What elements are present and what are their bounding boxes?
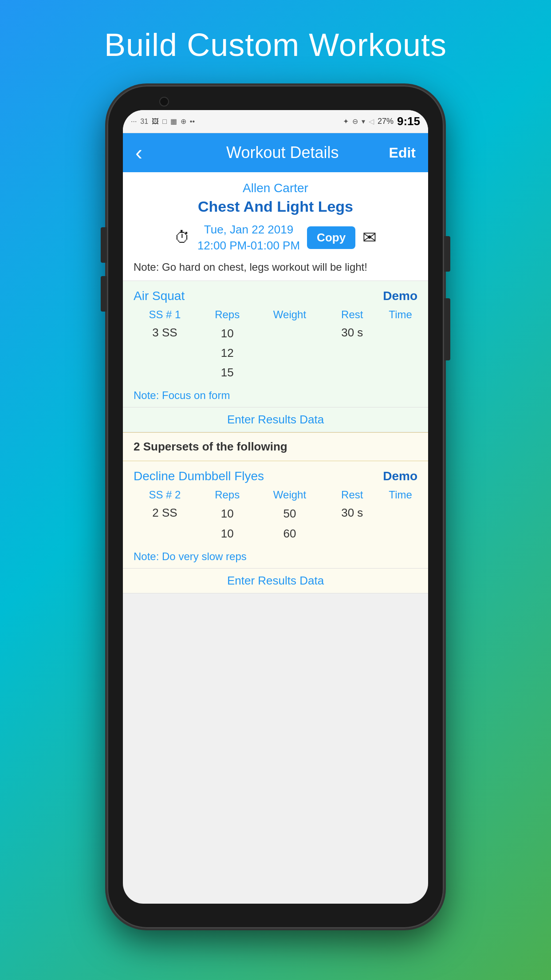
status-icons-right: ✦ ⊖ ▾ ◁ 27% 9:15 xyxy=(343,115,420,128)
workout-note: Note: Go hard on chest, legs workout wil… xyxy=(134,259,417,273)
app-header: ‹ Workout Details Edit xyxy=(123,133,428,172)
demo-link-1[interactable]: Demo xyxy=(383,289,417,303)
rest-value-1: 30 s xyxy=(321,324,383,342)
minus-circle-icon: ⊖ xyxy=(352,117,358,126)
rest-header-2: Rest xyxy=(321,489,383,501)
exercise-name-2: Decline Dumbbell Flyes xyxy=(134,469,264,483)
reps-value-2: 1010 xyxy=(196,504,259,543)
weight-header-1: Weight xyxy=(259,308,321,321)
photo-icon: 🖼 xyxy=(152,118,159,126)
timer-icon: ⏱ xyxy=(174,228,190,247)
rest-value-2: 30 s xyxy=(321,504,383,522)
status-time: 9:15 xyxy=(397,115,420,128)
exercise-name-1: Air Squat xyxy=(134,289,185,303)
edit-button[interactable]: Edit xyxy=(389,145,416,161)
copy-button[interactable]: Copy xyxy=(307,226,355,249)
date-line1: Tue, Jan 22 2019 xyxy=(197,221,300,237)
date-line2: 12:00 PM-01:00 PM xyxy=(197,237,300,253)
ss-header-2: SS # 2 xyxy=(134,489,196,501)
signal-icon: ◁ xyxy=(369,117,374,126)
phone-notch xyxy=(236,93,315,106)
phone-screen: ··· 31 🖼 □ ▦ ⊕ •• ✦ ⊖ ▾ ◁ 27% 9:1 xyxy=(123,110,428,904)
dots-icon: •• xyxy=(190,118,195,126)
table-data-2: 2 SS 1010 5060 30 s xyxy=(134,504,417,543)
workout-title: Chest And Light Legs xyxy=(134,198,417,215)
battery-percentage: 27% xyxy=(378,117,394,126)
rest-header-1: Rest xyxy=(321,308,383,321)
exercise-note-1: Note: Focus on form xyxy=(123,387,428,407)
status-icons-left: ··· 31 🖼 □ ▦ ⊕ •• xyxy=(131,117,195,126)
exercise-section-2: Decline Dumbbell Flyes Demo SS # 2 Reps … xyxy=(123,461,428,593)
workout-info: Allen Carter Chest And Light Legs ⏱ Tue,… xyxy=(123,172,428,281)
workout-meta: ⏱ Tue, Jan 22 2019 12:00 PM-01:00 PM Cop… xyxy=(134,221,417,254)
exercise-table-2: SS # 2 Reps Weight Rest Time 2 SS 1010 5… xyxy=(123,486,428,548)
vol-up-button xyxy=(101,227,107,263)
trainer-name: Allen Carter xyxy=(134,181,417,195)
exercise-note-2: Note: Do very slow reps xyxy=(123,549,428,568)
header-title: Workout Details xyxy=(150,143,416,162)
calendar2-icon: ▦ xyxy=(170,117,177,126)
square-icon: □ xyxy=(162,118,167,126)
time-header-1: Time xyxy=(383,308,417,321)
reps-header-1: Reps xyxy=(196,308,259,321)
table-header-1: SS # 1 Reps Weight Rest Time xyxy=(134,308,417,321)
workout-date: Tue, Jan 22 2019 12:00 PM-01:00 PM xyxy=(197,221,300,254)
wifi-icon: ▾ xyxy=(362,117,365,126)
ss-header-1: SS # 1 xyxy=(134,308,196,321)
email-icon[interactable]: ✉ xyxy=(362,228,377,247)
enter-results-1[interactable]: Enter Results Data xyxy=(123,407,428,432)
vol-down-button xyxy=(101,276,107,312)
table-data-1: 3 SS 101215 30 s xyxy=(134,324,417,383)
phone-camera xyxy=(159,97,169,107)
bluetooth-icon: ✦ xyxy=(343,117,349,126)
superset-header: 2 Supersets of the following xyxy=(123,432,428,461)
time-header-2: Time xyxy=(383,489,417,501)
exercise-section-1: Air Squat Demo SS # 1 Reps Weight Rest T… xyxy=(123,281,428,433)
status-bar: ··· 31 🖼 □ ▦ ⊕ •• ✦ ⊖ ▾ ◁ 27% 9:1 xyxy=(123,110,428,133)
page-title: Build Custom Workouts xyxy=(104,27,447,63)
exercise-table-1: SS # 1 Reps Weight Rest Time 3 SS 101215… xyxy=(123,306,428,388)
notification-icon: ··· xyxy=(131,118,137,126)
ss-value-2: 2 SS xyxy=(134,504,196,522)
phone-shell: ··· 31 🖼 □ ▦ ⊕ •• ✦ ⊖ ▾ ◁ 27% 9:1 xyxy=(107,85,444,929)
exercise-header-1: Air Squat Demo xyxy=(123,281,428,306)
calendar-icon: 31 xyxy=(140,118,148,126)
exercise-header-2: Decline Dumbbell Flyes Demo xyxy=(123,461,428,486)
globe-icon: ⊕ xyxy=(181,117,186,126)
reps-value-1: 101215 xyxy=(196,324,259,383)
demo-link-2[interactable]: Demo xyxy=(383,469,417,483)
enter-results-2[interactable]: Enter Results Data xyxy=(123,568,428,593)
weight-value-2: 5060 xyxy=(259,504,321,543)
reps-header-2: Reps xyxy=(196,489,259,501)
table-header-2: SS # 2 Reps Weight Rest Time xyxy=(134,489,417,501)
ss-value-1: 3 SS xyxy=(134,324,196,342)
phone-mockup: ··· 31 🖼 □ ▦ ⊕ •• ✦ ⊖ ▾ ◁ 27% 9:1 xyxy=(107,85,444,929)
weight-header-2: Weight xyxy=(259,489,321,501)
back-button[interactable]: ‹ xyxy=(135,142,142,163)
